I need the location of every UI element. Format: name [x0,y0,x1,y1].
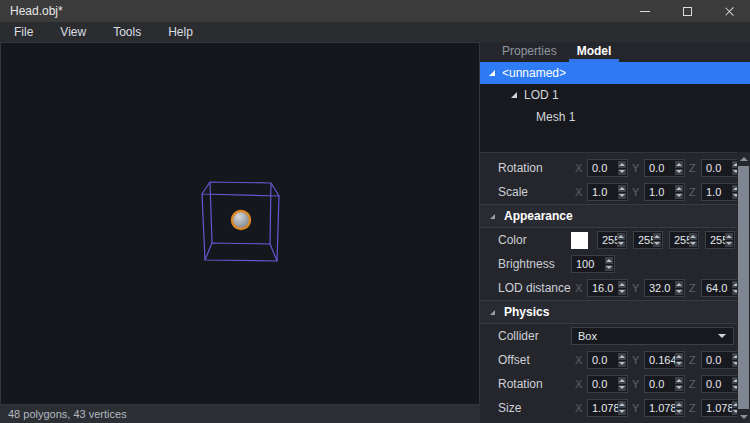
viewport-3d[interactable] [0,42,480,405]
spinner-buttons-icon[interactable] [617,232,626,248]
row-scale: Scale X 1.0 Y 1.0 Z 1.0 [480,180,737,204]
mesh-sphere-selected[interactable] [232,211,250,229]
maximize-button[interactable] [666,0,708,22]
color-a-input[interactable]: 255 [705,231,735,249]
color-r-input[interactable]: 255 [597,231,627,249]
offset-x-input[interactable]: 0.0 [587,351,628,369]
lod-distance-z-input[interactable]: 64.0 [701,279,742,297]
offset-y-input[interactable]: 0.16425 [644,351,685,369]
row-color: Color 255 255 255 [480,228,737,252]
spinner-buttons-icon[interactable] [618,160,627,176]
size-z-input[interactable]: 1.07851 [701,399,742,417]
spinner-buttons-icon[interactable] [675,160,684,176]
color-b-input[interactable]: 255 [669,231,699,249]
scrollbar-thumb[interactable] [738,166,749,409]
spinner-buttons-icon[interactable] [618,184,627,200]
spin-value: 0.0 [702,376,732,392]
tree-item-unnamed[interactable]: <unnamed> [480,62,750,84]
lod-distance-x-input[interactable]: 16.0 [587,279,628,297]
spin-value: 1.0 [645,184,675,200]
axis-x-label: X [575,378,583,390]
physics-rotation-y-input[interactable]: 0.0 [644,375,685,393]
scroll-down-button[interactable] [737,410,750,423]
size-x-input[interactable]: 1.07851 [587,399,628,417]
spinner-buttons-icon[interactable] [653,232,662,248]
spin-value: 0.0 [588,376,618,392]
spinner-buttons-icon[interactable] [605,256,614,272]
menu-tools[interactable]: Tools [113,25,141,39]
spin-value: 1.0 [588,184,618,200]
lod-distance-y-input[interactable]: 32.0 [644,279,685,297]
tree-item-lod1[interactable]: LOD 1 [480,84,750,106]
axis-x-label: X [575,282,583,294]
spin-value: 0.0 [588,352,618,368]
size-y-input[interactable]: 1.07851 [644,399,685,417]
section-physics[interactable]: Physics [480,300,737,324]
scale-x-input[interactable]: 1.0 [587,183,628,201]
offset-z-input[interactable]: 0.0 [701,351,742,369]
rotation-y-input[interactable]: 0.0 [644,159,685,177]
color-channel-inputs: 255 255 255 255 [597,231,735,249]
brightness-input[interactable]: 100 [571,255,615,273]
spinner-buttons-icon[interactable] [675,400,684,416]
rotation-x-input[interactable]: 0.0 [587,159,628,177]
axis-y-label: Y [632,282,640,294]
scroll-up-button[interactable] [737,152,750,165]
spinner-buttons-icon[interactable] [618,280,627,296]
color-swatch[interactable] [571,232,588,249]
menu-file[interactable]: File [14,25,33,39]
tab-model[interactable]: Model [567,42,622,62]
menu-help[interactable]: Help [168,25,193,39]
spinner-buttons-icon[interactable] [618,352,627,368]
expander-icon[interactable] [489,70,495,76]
property-label: LOD distance [498,281,571,295]
spinner-buttons-icon[interactable] [675,376,684,392]
tree-item-label: LOD 1 [524,88,559,102]
spinner-buttons-icon[interactable] [618,376,627,392]
scroll-up-icon [740,157,748,161]
rotation-z-input[interactable]: 0.0 [701,159,742,177]
spinner-buttons-icon[interactable] [675,280,684,296]
axis-y-label: Y [632,162,640,174]
property-label: Color [498,233,571,247]
spinner-buttons-icon[interactable] [618,400,627,416]
color-g-input[interactable]: 255 [633,231,663,249]
window-controls [624,0,750,22]
expander-icon[interactable] [511,92,517,98]
section-expander-icon[interactable] [490,310,495,315]
minimize-button[interactable] [624,0,666,22]
axis-y-label: Y [632,378,640,390]
collider-selected-value: Box [572,330,718,342]
spinner-buttons-icon[interactable] [675,184,684,200]
spin-value: 100 [572,256,605,272]
section-appearance[interactable]: Appearance [480,204,737,228]
spin-value: 0.0 [645,160,675,176]
spin-value: 0.0 [702,352,732,368]
collider-dropdown[interactable]: Box [571,327,734,345]
spin-value: 0.0 [588,160,618,176]
spin-value: 0.0 [645,376,675,392]
property-label: Rotation [498,377,571,391]
section-expander-icon[interactable] [490,214,495,219]
spinner-buttons-icon[interactable] [689,232,698,248]
property-label: Collider [498,329,571,343]
menu-view[interactable]: View [60,25,86,39]
axis-z-label: Z [689,186,697,198]
spinner-buttons-icon[interactable] [675,352,684,368]
physics-rotation-z-input[interactable]: 0.0 [701,375,742,393]
spin-value: 16.0 [588,280,618,296]
axis-y-label: Y [632,402,640,414]
model-tree: <unnamed> LOD 1 Mesh 1 [480,62,750,152]
spinner-buttons-icon[interactable] [725,232,734,248]
tree-item-mesh1[interactable]: Mesh 1 [480,106,750,128]
panel-tabs: Properties Model [480,42,750,62]
spin-value: 255 [670,232,689,248]
tree-item-label: Mesh 1 [536,110,575,124]
window-title: Head.obj* [0,4,63,18]
scale-z-input[interactable]: 1.0 [701,183,742,201]
close-button[interactable] [708,0,750,22]
tab-properties[interactable]: Properties [492,42,567,62]
panel-scrollbar[interactable] [737,152,750,423]
scale-y-input[interactable]: 1.0 [644,183,685,201]
physics-rotation-x-input[interactable]: 0.0 [587,375,628,393]
